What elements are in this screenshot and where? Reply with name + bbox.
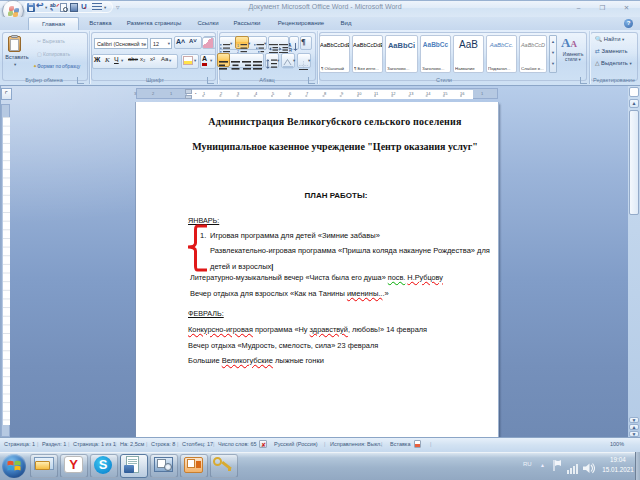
- svg-text:1: 1: [237, 44, 239, 48]
- svg-text:Я: Я: [289, 48, 292, 52]
- svg-text:А: А: [289, 43, 292, 48]
- svg-text:2: 2: [237, 50, 239, 53]
